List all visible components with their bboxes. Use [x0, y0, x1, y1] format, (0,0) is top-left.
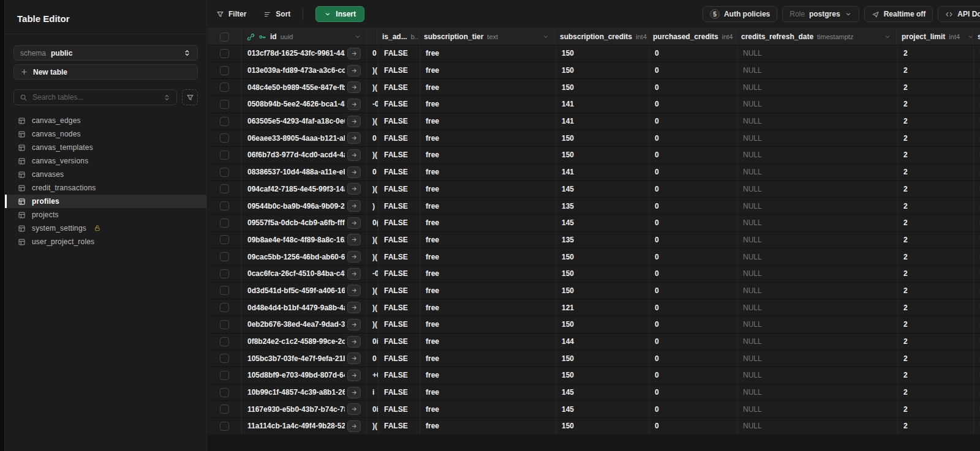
sort-button[interactable]: Sort	[263, 10, 290, 18]
cell-purchased[interactable]: 0	[649, 96, 737, 113]
cell-last[interactable]: NULL	[974, 181, 980, 198]
cell-tier[interactable]: free	[420, 147, 556, 163]
cell-tier[interactable]: free	[420, 316, 556, 333]
cell-last[interactable]: NULL	[974, 334, 980, 350]
cell-last[interactable]: NULL	[974, 248, 980, 265]
cell-refresh[interactable]: NULL	[737, 198, 898, 214]
cell-sub_credits[interactable]: 145	[556, 181, 649, 198]
row-checkbox[interactable]	[220, 320, 229, 329]
cell-sliver[interactable]: )(	[367, 248, 379, 265]
cell-tier[interactable]: free	[420, 181, 556, 198]
cell-tier[interactable]: free	[420, 384, 556, 401]
cell-last[interactable]: NULL	[974, 384, 980, 401]
cell-refresh[interactable]: NULL	[737, 181, 898, 198]
cell-sliver[interactable]: )(	[367, 316, 379, 333]
cell-is_admin[interactable]: FALSE	[379, 215, 420, 231]
cell-sub_credits[interactable]: 150	[556, 79, 649, 95]
cell-id[interactable]: 105d8bf9-e703-49bd-807d-645e...	[242, 367, 367, 384]
cell-refresh[interactable]: NULL	[737, 266, 898, 282]
cell-sliver[interactable]: )(	[367, 181, 379, 198]
cell-tier[interactable]: free	[420, 266, 556, 282]
cell-id[interactable]: 048c4e50-b989-455e-847e-fb2f...	[242, 79, 367, 95]
cell-sliver[interactable]: 0i	[367, 401, 379, 417]
cell-sub_credits[interactable]: 150	[556, 367, 649, 384]
realtime-toggle-button[interactable]: Realtime off	[864, 6, 933, 22]
expand-row-button[interactable]	[347, 200, 361, 212]
new-table-button[interactable]: New table	[13, 64, 198, 80]
row-checkbox[interactable]	[220, 100, 229, 109]
column-header-subscription_credits[interactable]: subscription_creditsint4	[555, 29, 648, 45]
cell-id[interactable]: 09cac5bb-1256-46bd-ab60-64ed...	[242, 248, 367, 265]
expand-row-button[interactable]	[347, 302, 361, 313]
cell-purchased[interactable]: 0	[649, 130, 737, 146]
cell-limit[interactable]: 2	[898, 198, 974, 214]
cell-purchased[interactable]: 0	[649, 266, 737, 282]
cell-sub_credits[interactable]: 121	[556, 299, 649, 316]
cell-tier[interactable]: free	[420, 130, 556, 146]
cell-id[interactable]: 06f6b7d3-977d-4cd0-acd4-4a78...	[242, 147, 367, 163]
cell-tier[interactable]: free	[420, 334, 556, 350]
cell-purchased[interactable]: 0	[649, 350, 737, 367]
cell-last[interactable]: NULL	[974, 266, 980, 282]
cell-refresh[interactable]: NULL	[737, 62, 898, 79]
cell-last[interactable]: NULL	[974, 418, 980, 434]
cell-refresh[interactable]: NULL	[737, 367, 898, 384]
cell-refresh[interactable]: NULL	[737, 283, 898, 299]
row-checkbox[interactable]	[220, 49, 229, 58]
cell-last[interactable]: NULL	[974, 316, 980, 333]
cell-sub_credits[interactable]: 150	[556, 147, 649, 163]
cell-tier[interactable]: free	[420, 401, 556, 417]
column-header-sliver[interactable]	[367, 29, 377, 45]
cell-limit[interactable]: 2	[898, 266, 974, 282]
role-select[interactable]: Role postgres	[782, 6, 859, 22]
cell-refresh[interactable]: NULL	[737, 130, 898, 146]
cell-purchased[interactable]: 0	[649, 248, 737, 265]
cell-id[interactable]: 105bc3b7-03fe-4e7f-9efa-21bb40...	[242, 350, 367, 367]
cell-sub_credits[interactable]: 141	[556, 113, 649, 130]
cell-sliver[interactable]: )(	[367, 79, 379, 95]
cell-refresh[interactable]: NULL	[737, 248, 898, 265]
cell-is_admin[interactable]: FALSE	[379, 384, 420, 401]
cell-sliver[interactable]: )(	[367, 232, 379, 248]
cell-sub_credits[interactable]: 144	[556, 334, 649, 350]
cell-purchased[interactable]: 0	[649, 334, 737, 350]
cell-refresh[interactable]: NULL	[737, 96, 898, 113]
cell-tier[interactable]: free	[420, 62, 556, 79]
cell-is_admin[interactable]: FALSE	[379, 316, 420, 333]
row-checkbox[interactable]	[220, 151, 229, 160]
cell-id[interactable]: 06eaee33-8905-4aaa-b121-ab552...	[242, 130, 367, 146]
cell-last[interactable]: NULL	[974, 96, 980, 113]
cell-sub_credits[interactable]: 141	[556, 96, 649, 113]
column-header-su[interactable]: su	[973, 29, 980, 45]
cell-sub_credits[interactable]: 150	[556, 283, 649, 299]
chevron-down-icon[interactable]	[542, 33, 549, 40]
api-docs-button[interactable]: API Docs	[938, 6, 980, 22]
cell-sub_credits[interactable]: 145	[556, 401, 649, 417]
sidebar-item-canvas_nodes[interactable]: canvas_nodes	[5, 127, 206, 141]
row-checkbox[interactable]	[220, 337, 229, 346]
cell-purchased[interactable]: 0	[649, 62, 737, 79]
cell-is_admin[interactable]: FALSE	[379, 164, 420, 181]
cell-is_admin[interactable]: FALSE	[379, 181, 420, 198]
cell-last[interactable]: NULL	[974, 164, 980, 181]
cell-purchased[interactable]: 0	[649, 181, 737, 198]
cell-sub_credits[interactable]: 150	[556, 130, 649, 146]
select-all-checkbox[interactable]	[220, 32, 229, 42]
cell-sliver[interactable]: )(	[367, 113, 379, 130]
sidebar-item-canvas_edges[interactable]: canvas_edges	[5, 114, 206, 127]
cell-is_admin[interactable]: FALSE	[379, 45, 420, 62]
cell-limit[interactable]: 2	[898, 350, 974, 367]
sidebar-item-user_project_roles[interactable]: user_project_roles	[5, 235, 206, 248]
search-tables-input[interactable]: Search tables...	[13, 89, 177, 105]
cell-limit[interactable]: 2	[898, 79, 974, 95]
cell-is_admin[interactable]: FALSE	[379, 334, 420, 350]
cell-purchased[interactable]: 0	[649, 283, 737, 299]
expand-row-button[interactable]	[347, 370, 361, 381]
cell-is_admin[interactable]: FALSE	[379, 248, 420, 265]
cell-refresh[interactable]: NULL	[737, 147, 898, 163]
cell-refresh[interactable]: NULL	[737, 350, 898, 367]
expand-row-button[interactable]	[347, 420, 361, 432]
row-checkbox[interactable]	[220, 83, 229, 92]
cell-sliver[interactable]: 0	[367, 130, 379, 146]
row-checkbox[interactable]	[220, 371, 229, 380]
